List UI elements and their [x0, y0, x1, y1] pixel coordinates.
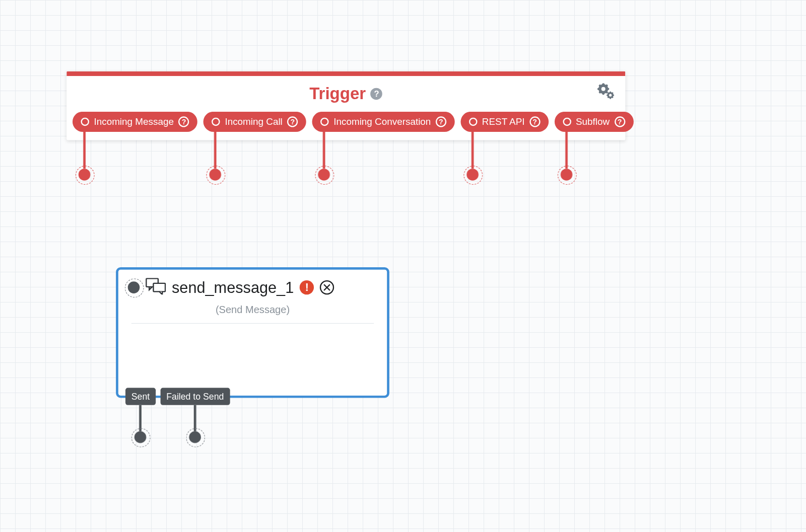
- node-input-endpoint[interactable]: [128, 281, 140, 293]
- settings-gears-icon[interactable]: [597, 83, 616, 103]
- node-output-label: Sent: [125, 388, 156, 405]
- help-icon[interactable]: ?: [529, 116, 540, 127]
- help-icon[interactable]: ?: [371, 88, 383, 100]
- node-title: send_message_1: [172, 278, 294, 297]
- connector-endpoint[interactable]: [210, 169, 222, 181]
- connector-line: [323, 132, 325, 169]
- connector-line: [194, 405, 196, 431]
- trigger-output-label: Incoming Message: [94, 116, 173, 127]
- connector-line: [214, 132, 217, 169]
- connector-endpoint[interactable]: [318, 169, 330, 181]
- connector-endpoint[interactable]: [560, 169, 572, 181]
- node-output[interactable]: Sent: [125, 388, 156, 405]
- help-icon[interactable]: ?: [178, 116, 189, 127]
- connector-line: [140, 405, 142, 431]
- connector-endpoint[interactable]: [135, 431, 147, 443]
- chat-bubbles-icon: [146, 278, 166, 297]
- output-ring-icon: [81, 118, 89, 126]
- help-icon[interactable]: ?: [287, 116, 298, 127]
- trigger-title-group: Trigger ?: [309, 85, 382, 104]
- connector-endpoint[interactable]: [79, 169, 91, 181]
- trigger-output-label: Subflow: [576, 116, 610, 127]
- connector-endpoint[interactable]: [466, 169, 479, 181]
- warning-icon[interactable]: !: [300, 280, 314, 294]
- node-outputs-row: Sent Failed to Send: [125, 388, 230, 405]
- trigger-output[interactable]: Subflow ?: [554, 112, 633, 132]
- trigger-output-label: Incoming Call: [225, 116, 282, 127]
- trigger-output[interactable]: Incoming Call ?: [204, 112, 306, 132]
- trigger-output-label: Incoming Conversation: [333, 116, 431, 127]
- trigger-output[interactable]: Incoming Conversation ?: [312, 112, 455, 132]
- trigger-title: Trigger: [309, 85, 366, 104]
- connector-endpoint[interactable]: [189, 431, 201, 443]
- node-output-label: Failed to Send: [160, 388, 230, 405]
- connector-line: [472, 132, 474, 169]
- connector-line: [565, 132, 568, 169]
- output-ring-icon: [563, 118, 571, 126]
- divider: [131, 323, 374, 324]
- trigger-card[interactable]: Trigger ? Incoming Message ?: [66, 71, 625, 140]
- node-header: send_message_1 !: [118, 270, 387, 299]
- output-ring-icon: [212, 118, 220, 126]
- connector-line: [83, 132, 86, 169]
- node-subtitle: (Send Message): [118, 299, 387, 323]
- close-icon[interactable]: [320, 280, 334, 294]
- output-ring-icon: [469, 118, 478, 126]
- trigger-output[interactable]: Incoming Message ?: [73, 112, 197, 132]
- trigger-output[interactable]: REST API ?: [460, 112, 548, 132]
- output-ring-icon: [320, 118, 329, 126]
- trigger-header: Trigger ?: [66, 76, 625, 107]
- node-output[interactable]: Failed to Send: [160, 388, 230, 405]
- trigger-output-label: REST API: [482, 116, 525, 127]
- help-icon[interactable]: ?: [615, 116, 625, 127]
- help-icon[interactable]: ?: [436, 116, 446, 127]
- trigger-outputs-row: Incoming Message ? Incoming Call ? Inc: [66, 107, 625, 140]
- svg-rect-1: [153, 283, 165, 292]
- send-message-node[interactable]: send_message_1 ! (Send Message) Sent Fai…: [116, 267, 389, 398]
